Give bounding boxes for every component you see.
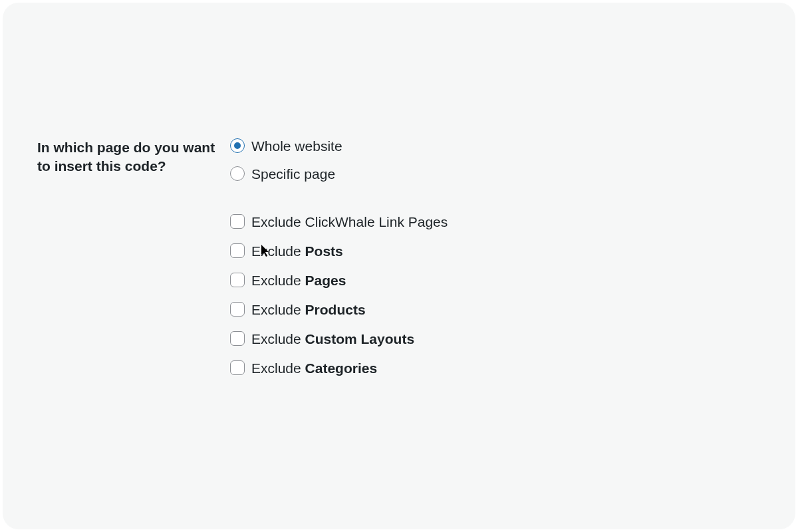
checkbox-label: Exclude Products xyxy=(251,303,366,317)
checkbox-input[interactable] xyxy=(230,331,245,346)
checkbox-exclude-categories[interactable]: Exclude Categories xyxy=(230,360,448,375)
checkbox-label: Exclude ClickWhale Link Pages xyxy=(251,215,448,229)
checkbox-input[interactable] xyxy=(230,360,245,375)
radio-label: Whole website xyxy=(251,139,342,153)
form-row: In which page do you want to insert this… xyxy=(37,138,448,375)
checkbox-exclude-custom-layouts[interactable]: Exclude Custom Layouts xyxy=(230,331,448,346)
exclude-checkbox-group: Exclude ClickWhale Link Pages Exclude Po… xyxy=(230,214,448,375)
settings-panel: In which page do you want to insert this… xyxy=(3,3,795,529)
options-column: Whole website Specific page Exclude Clic… xyxy=(230,138,448,375)
question-label: In which page do you want to insert this… xyxy=(37,138,230,375)
checkbox-exclude-posts[interactable]: Exclude Posts xyxy=(230,243,448,258)
checkbox-input[interactable] xyxy=(230,302,245,317)
radio-input-whole-website[interactable] xyxy=(230,138,245,153)
checkbox-exclude-pages[interactable]: Exclude Pages xyxy=(230,273,448,287)
checkbox-label: Exclude Categories xyxy=(251,361,377,375)
checkbox-exclude-products[interactable]: Exclude Products xyxy=(230,302,448,317)
checkbox-label: Exclude Posts xyxy=(251,244,343,258)
checkbox-label: Exclude Pages xyxy=(251,273,346,287)
checkbox-exclude-clickwhale-link-pages[interactable]: Exclude ClickWhale Link Pages xyxy=(230,214,448,229)
radio-input-specific-page[interactable] xyxy=(230,166,245,181)
checkbox-input[interactable] xyxy=(230,273,245,287)
checkbox-label: Exclude Custom Layouts xyxy=(251,332,414,346)
checkbox-input[interactable] xyxy=(230,243,245,258)
checkbox-input[interactable] xyxy=(230,214,245,229)
page-scope-radio-group: Whole website Specific page xyxy=(230,138,448,181)
radio-option-whole-website[interactable]: Whole website xyxy=(230,138,448,153)
radio-label: Specific page xyxy=(251,167,335,181)
radio-option-specific-page[interactable]: Specific page xyxy=(230,166,448,181)
